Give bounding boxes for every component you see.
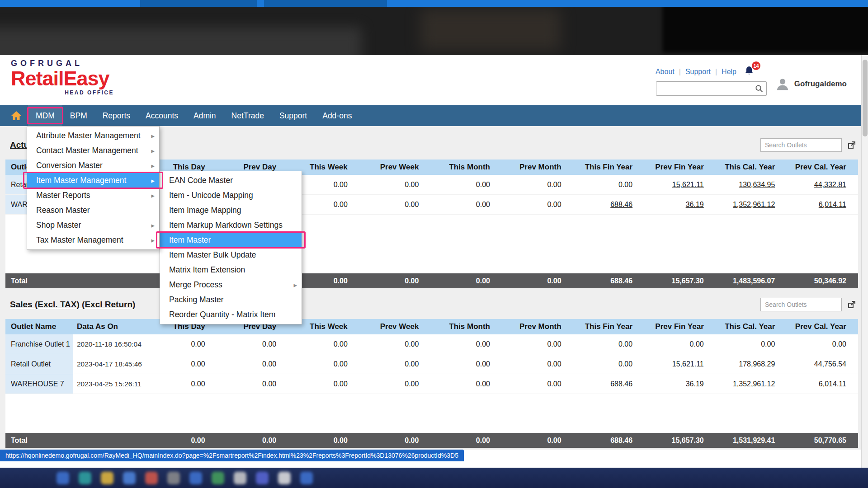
- taskbar-app-icon[interactable]: [212, 472, 224, 484]
- nav-item-accounts[interactable]: Accounts: [138, 105, 186, 126]
- open-in-new-window-icon[interactable]: [847, 300, 856, 309]
- gofrugal-logo: GOFRUGAL RetailEasy HEAD OFFICE: [11, 59, 114, 96]
- column-header-this-cal-year: This Cal. Year: [716, 319, 787, 334]
- submenu-arrow-icon: ▸: [151, 162, 155, 170]
- nav-item-add-ons[interactable]: Add-ons: [315, 105, 359, 126]
- windows-taskbar: [0, 468, 868, 488]
- nav-item-mdm[interactable]: MDM: [28, 105, 62, 126]
- submenu-item-item-master[interactable]: Item Master: [160, 233, 302, 248]
- home-icon: [11, 111, 22, 121]
- drilldown-value-link[interactable]: 1,352,961.12: [716, 195, 787, 214]
- total-value: 0.00: [359, 433, 431, 448]
- toolbar-blur-patch: [662, 7, 868, 53]
- menu-item-conversion-master[interactable]: Conversion Master▸: [27, 158, 159, 173]
- submenu-item-reorder-quantity-matrix-item[interactable]: Reorder Quantity - Matrix Item: [160, 307, 302, 322]
- menu-item-label: Item Image Mapping: [169, 206, 302, 215]
- value-cell: 1,352,961.12: [716, 374, 787, 394]
- submenu-item-item-image-mapping[interactable]: Item Image Mapping: [160, 203, 302, 218]
- submenu-item-matrix-item-extension[interactable]: Matrix Item Extension: [160, 263, 302, 277]
- report-section-sales: Sales (Excl. TAX) (Excl Return) Outlet N…: [5, 297, 858, 448]
- nav-item-label: Add-ons: [322, 111, 352, 121]
- menu-item-label: Shop Master: [36, 221, 151, 230]
- taskbar-app-icon[interactable]: [189, 472, 202, 484]
- outlet-search-input[interactable]: [760, 298, 842, 311]
- drilldown-value-link[interactable]: 130,634.95: [716, 175, 787, 194]
- mdm-dropdown-menu: Attribute Master Management▸Contact Mast…: [27, 126, 160, 250]
- value-cell: 0.00: [502, 334, 573, 354]
- nav-item-label: Reports: [103, 111, 130, 121]
- menu-item-label: Packing Master: [169, 295, 302, 305]
- nav-item-bpm[interactable]: BPM: [62, 105, 95, 126]
- nav-item-label: BPM: [70, 111, 87, 121]
- submenu-item-item-markup-markdown-settings[interactable]: Item Markup Markdown Settings: [160, 218, 302, 233]
- open-in-new-window-icon[interactable]: [847, 141, 856, 150]
- user-account[interactable]: Gofrugaldemo: [775, 77, 847, 91]
- taskbar-app-icon[interactable]: [256, 472, 269, 484]
- table-row: Retail Outlet2023-04-17 18:45:460.000.00…: [5, 354, 858, 374]
- taskbar-app-icon[interactable]: [79, 472, 91, 484]
- page-scrollbar[interactable]: [861, 55, 868, 468]
- submenu-item-item-unicode-mapping[interactable]: Item - Unicode Mapping: [160, 188, 302, 203]
- drilldown-value-link[interactable]: 688.46: [573, 195, 645, 214]
- table-body: Franchise Outlet 12020-11-18 16:50:040.0…: [5, 334, 858, 394]
- screen: GOFRUGAL RetailEasy HEAD OFFICE About|Su…: [0, 0, 868, 488]
- menu-item-attribute-master-management[interactable]: Attribute Master Management▸: [27, 128, 159, 143]
- header-link-support[interactable]: Support: [685, 68, 711, 76]
- menu-item-tax-master-management[interactable]: Tax Master Management▸: [27, 233, 159, 248]
- nav-item-nettrade[interactable]: NetTrade: [224, 105, 272, 126]
- menu-item-contact-master-management[interactable]: Contact Master Management▸: [27, 143, 159, 158]
- section-tools: [760, 298, 856, 311]
- total-value: 50,346.92: [787, 273, 858, 288]
- menu-item-item-master-management[interactable]: Item Master Management▸: [27, 173, 159, 188]
- nav-item-reports[interactable]: Reports: [95, 105, 138, 126]
- total-value: [73, 433, 146, 448]
- notification-bell[interactable]: 14: [745, 66, 754, 78]
- taskbar-app-icon[interactable]: [234, 472, 246, 484]
- total-label: Total: [5, 433, 73, 448]
- nav-item-support[interactable]: Support: [272, 105, 315, 126]
- submenu-item-item-master-bulk-update[interactable]: Item Master Bulk Update: [160, 248, 302, 263]
- search-icon[interactable]: [755, 84, 764, 95]
- drilldown-value-link[interactable]: 6,014.11: [787, 195, 858, 214]
- menu-item-master-reports[interactable]: Master Reports▸: [27, 188, 159, 203]
- value-cell: 0.00: [217, 354, 288, 374]
- taskbar-app-icon[interactable]: [57, 472, 69, 484]
- drilldown-value-link[interactable]: 44,332.81: [787, 175, 858, 194]
- total-value: 15,657.30: [644, 273, 716, 288]
- main-nav: MDMBPMReportsAccountsAdminNetTradeSuppor…: [0, 105, 861, 126]
- report-title[interactable]: Sales (Excl. TAX) (Excl Return): [10, 300, 135, 310]
- menu-item-label: Item Master Management: [36, 176, 151, 185]
- submenu-item-ean-code-master[interactable]: EAN Code Master: [160, 173, 302, 188]
- drilldown-value-link[interactable]: 15,621.11: [644, 175, 716, 194]
- value-cell: 0.00: [217, 374, 288, 394]
- value-cell: 0.00: [146, 374, 217, 394]
- column-header-prev-month: Prev Month: [502, 160, 573, 175]
- taskbar-app-icon[interactable]: [300, 472, 313, 484]
- browser-tab[interactable]: [140, 0, 257, 7]
- taskbar-app-icon[interactable]: [167, 472, 180, 484]
- header-search-input[interactable]: [656, 82, 766, 95]
- taskbar-app-icon[interactable]: [123, 472, 136, 484]
- total-value: 0.00: [430, 433, 502, 448]
- submenu-item-merge-process[interactable]: Merge Process▸: [160, 277, 302, 292]
- menu-item-label: Matrix Item Extension: [169, 265, 302, 275]
- value-cell: 0.00: [430, 175, 502, 194]
- scrollbar-thumb[interactable]: [863, 60, 868, 136]
- taskbar-app-icon[interactable]: [101, 472, 113, 484]
- total-value: 0.00: [430, 273, 502, 288]
- drilldown-value-link[interactable]: 36.19: [644, 195, 716, 214]
- submenu-item-packing-master[interactable]: Packing Master: [160, 292, 302, 307]
- column-header-prev-month: Prev Month: [502, 319, 573, 334]
- column-header-this-fin-year: This Fin Year: [573, 319, 645, 334]
- home-nav-item[interactable]: [5, 105, 28, 126]
- nav-item-admin[interactable]: Admin: [186, 105, 224, 126]
- taskbar-app-icon[interactable]: [278, 472, 291, 484]
- browser-tab[interactable]: [264, 0, 387, 7]
- header-link-about[interactable]: About: [656, 68, 675, 76]
- outlet-search-input[interactable]: [760, 138, 842, 152]
- header-link-help[interactable]: Help: [722, 68, 736, 76]
- taskbar-app-icon[interactable]: [145, 472, 158, 484]
- menu-item-shop-master[interactable]: Shop Master▸: [27, 218, 159, 233]
- value-cell: 0.00: [644, 334, 716, 354]
- menu-item-reason-master[interactable]: Reason Master: [27, 203, 159, 218]
